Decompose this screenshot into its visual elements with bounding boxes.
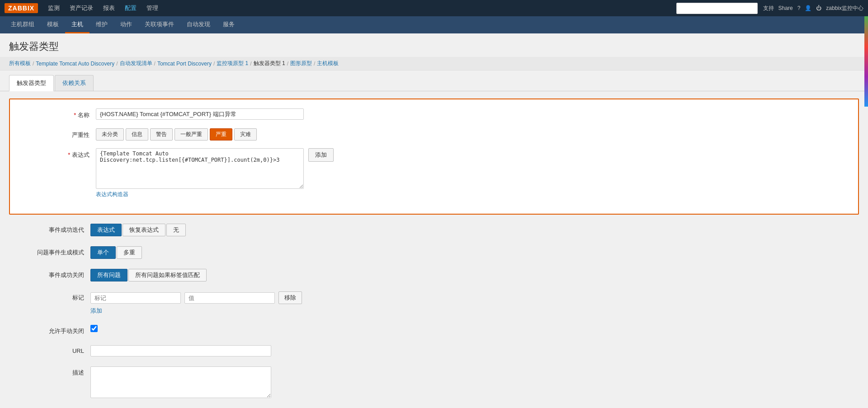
event-close-label: 事件成功关闭: [18, 269, 90, 279]
second-nav-discovery[interactable]: 自动发现: [180, 16, 217, 33]
breadcrumb-monitor-proto[interactable]: 监控项原型 1: [217, 60, 248, 67]
sev-unclassified[interactable]: 未分类: [96, 128, 124, 141]
manual-close-control: [90, 325, 850, 332]
outer-form: 事件成功迭代 表达式 恢复表达式 无 问题事件生成模式 单个 多重: [9, 222, 859, 400]
search-input[interactable]: [676, 3, 758, 14]
page-title: 触发器类型: [0, 33, 868, 57]
second-nav-templates[interactable]: 模板: [41, 16, 65, 33]
top-navigation: ZABBIX 监测 资产记录 报表 配置 管理 支持 Share ? 👤 ⏻ z…: [0, 0, 868, 16]
tab-dependencies[interactable]: 依赖关系: [55, 75, 94, 91]
tag-value-input[interactable]: [184, 292, 275, 304]
problem-event-toggle: 单个 多重: [90, 246, 142, 259]
name-row: 名称: [24, 108, 844, 122]
second-nav-hostgroups[interactable]: 主机群组: [5, 16, 41, 33]
top-nav-item-config[interactable]: 配置: [124, 1, 137, 15]
severity-row: 严重性 未分类 信息 警告 一般严重 严重 灾难: [24, 128, 844, 142]
event-close-control: 所有问题 所有问题如果标签值匹配: [90, 269, 850, 281]
problem-event-row: 问题事件生成模式 单个 多重: [18, 244, 850, 261]
breadcrumb-template[interactable]: Template Tomcat Auto Discovery: [36, 61, 114, 67]
breadcrumb-sep-7: /: [314, 61, 315, 67]
power-icon[interactable]: ⏻: [816, 5, 821, 11]
second-nav-actions[interactable]: 动作: [114, 16, 138, 33]
top-nav-item-reports[interactable]: 报表: [102, 1, 116, 15]
share-link[interactable]: Share: [778, 5, 793, 11]
top-nav-menu: 监测 资产记录 报表 配置 管理: [47, 1, 159, 15]
main-content: 名称 严重性 未分类 信息 警告 一般严重 严重 灾难: [0, 91, 868, 408]
add-expression-button[interactable]: 添加: [308, 148, 334, 162]
manual-close-checkbox-container: [90, 325, 98, 332]
sev-average[interactable]: 一般严重: [175, 128, 208, 141]
top-nav-item-monitor[interactable]: 监测: [47, 1, 61, 15]
zabbix-logo: ZABBIX: [5, 3, 38, 13]
second-nav-maintenance[interactable]: 维护: [90, 16, 114, 33]
breadcrumb-sep-4: /: [213, 61, 215, 67]
tags-label: 标记: [18, 291, 90, 302]
problem-event-label: 问题事件生成模式: [18, 246, 90, 257]
manual-close-checkbox[interactable]: [90, 325, 98, 332]
sev-high[interactable]: 严重: [210, 128, 232, 141]
close-all-problems[interactable]: 所有问题: [90, 269, 127, 281]
expression-input-row: {Template Tomcat Auto Discovery:net.tcp.…: [96, 148, 844, 189]
user-icon[interactable]: 👤: [805, 5, 811, 11]
breadcrumb-sep-3: /: [154, 61, 156, 67]
breadcrumb: 所有模板 / Template Tomcat Auto Discovery / …: [0, 57, 868, 70]
side-indicator: [864, 16, 868, 107]
tag-name-input[interactable]: [90, 292, 181, 304]
breadcrumb-all-templates[interactable]: 所有模板: [9, 60, 31, 67]
tags-row-container: 标记 移除 添加: [18, 290, 850, 317]
problem-multiple[interactable]: 多重: [117, 246, 142, 259]
close-tag-match[interactable]: 所有问题如果标签值匹配: [128, 269, 207, 281]
second-nav-hosts[interactable]: 主机: [65, 16, 90, 33]
top-nav-item-admin[interactable]: 管理: [146, 1, 159, 15]
event-success-row: 事件成功迭代 表达式 恢复表达式 无: [18, 222, 850, 238]
top-nav-item-assets[interactable]: 资产记录: [69, 1, 94, 15]
second-nav-services[interactable]: 服务: [217, 16, 241, 33]
problem-single[interactable]: 单个: [90, 246, 116, 259]
breadcrumb-sep-2: /: [116, 61, 118, 67]
tab-trigger-type[interactable]: 触发器类型: [9, 75, 54, 91]
top-nav-icons: 支持 Share ? 👤 ⏻ zabbix监控中心: [763, 5, 863, 12]
expression-textarea[interactable]: {Template Tomcat Auto Discovery:net.tcp.…: [96, 148, 304, 189]
add-tag-link[interactable]: 添加: [90, 307, 102, 314]
event-success-none[interactable]: 无: [166, 224, 186, 236]
sev-disaster[interactable]: 灾难: [234, 128, 257, 141]
sev-info[interactable]: 信息: [126, 128, 148, 141]
breadcrumb-discovery-list[interactable]: 自动发现清单: [120, 60, 152, 67]
event-success-toggle: 表达式 恢复表达式 无: [90, 224, 186, 236]
event-close-toggle: 所有问题 所有问题如果标签值匹配: [90, 269, 207, 281]
sev-warning[interactable]: 警告: [150, 128, 173, 141]
expression-builder-link[interactable]: 表达式构造器: [96, 191, 128, 198]
event-success-label: 事件成功迭代: [18, 224, 90, 234]
url-label: URL: [18, 345, 90, 354]
tag-item-row: 移除: [90, 291, 850, 304]
second-nav-related[interactable]: 关联项事件: [138, 16, 180, 33]
expression-control: {Template Tomcat Auto Discovery:net.tcp.…: [96, 148, 844, 198]
second-navigation: 主机群组 模板 主机 维护 动作 关联项事件 自动发现 服务: [0, 16, 868, 33]
second-nav-menu: 主机群组 模板 主机 维护 动作 关联项事件 自动发现 服务: [5, 16, 241, 33]
event-success-recovery[interactable]: 恢复表达式: [123, 224, 165, 236]
top-nav-right: 支持 Share ? 👤 ⏻ zabbix监控中心: [676, 3, 863, 14]
breadcrumb-host-template[interactable]: 主机模板: [317, 60, 339, 67]
name-control: [96, 108, 844, 120]
desc-textarea[interactable]: [90, 366, 271, 398]
support-link[interactable]: 支持: [763, 5, 774, 12]
severity-control: 未分类 信息 警告 一般严重 严重 灾难: [96, 128, 844, 141]
event-success-control: 表达式 恢复表达式 无: [90, 224, 850, 236]
url-control: [90, 345, 850, 356]
form-section: 名称 严重性 未分类 信息 警告 一般严重 严重 灾难: [9, 98, 859, 215]
expression-row: 表达式 {Template Tomcat Auto Discovery:net.…: [24, 148, 844, 198]
url-row: URL: [18, 343, 850, 358]
breadcrumb-graph-proto[interactable]: 图形原型: [290, 60, 312, 67]
tags-control: 移除 添加: [90, 291, 850, 315]
event-success-expr[interactable]: 表达式: [90, 224, 122, 236]
breadcrumb-sep-6: /: [287, 61, 288, 67]
remove-tag-button[interactable]: 移除: [278, 291, 302, 304]
name-input[interactable]: [96, 108, 304, 120]
desc-control: [90, 366, 850, 398]
name-label: 名称: [24, 108, 96, 119]
breadcrumb-tomcat-port[interactable]: Tomcat Port Discovery: [157, 61, 212, 67]
url-input[interactable]: [90, 345, 271, 356]
help-icon[interactable]: ?: [797, 5, 801, 11]
desc-label: 描述: [18, 366, 90, 377]
breadcrumb-sep-1: /: [33, 61, 34, 67]
